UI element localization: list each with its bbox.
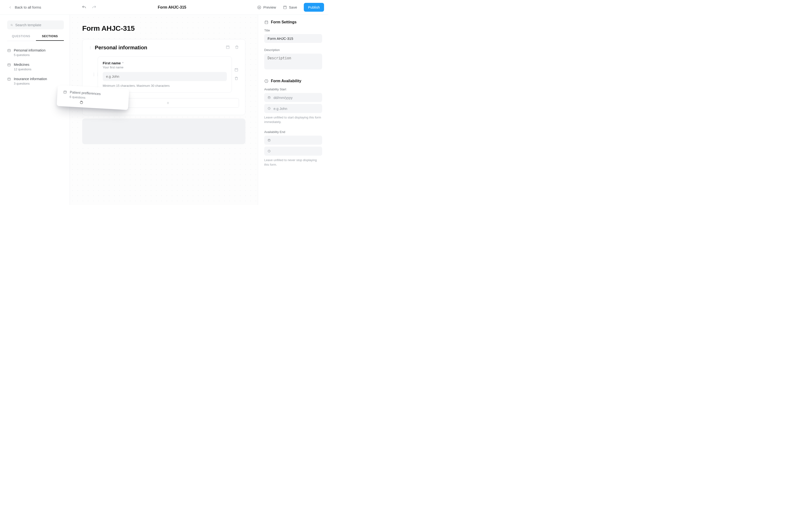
svg-point-3: [11, 24, 12, 26]
delete-question-button[interactable]: [234, 76, 239, 82]
required-mark: *: [122, 61, 124, 65]
availability-start-time[interactable]: [264, 104, 322, 113]
topbar-actions: Preview Save Publish: [257, 3, 324, 12]
start-date-input[interactable]: [273, 95, 319, 99]
question-row: ⋮⋮ First name * Your first name Minimum …: [92, 56, 239, 92]
end-time-input[interactable]: [273, 149, 319, 153]
eye-icon: [257, 5, 261, 9]
section-item-sub: 12 questions: [14, 67, 31, 71]
section-item-title: Medicines: [14, 62, 31, 67]
undo-redo-group: [82, 5, 96, 10]
svg-rect-13: [268, 139, 270, 141]
form-availability-heading: Form Availability: [264, 79, 322, 83]
question-input[interactable]: [103, 72, 227, 81]
svg-rect-8: [235, 68, 238, 71]
svg-rect-5: [8, 64, 10, 66]
duplicate-icon: [226, 45, 230, 49]
svg-rect-9: [265, 21, 268, 24]
undo-button[interactable]: [82, 5, 86, 10]
description-input[interactable]: [264, 54, 322, 69]
calendar-icon: [267, 95, 271, 99]
section-item-sub: 3 questions: [14, 82, 47, 85]
trash-icon: [235, 45, 239, 49]
save-icon: [283, 5, 287, 9]
left-sidebar: QUESTIONS SECTIONS Personal information …: [0, 15, 70, 205]
question-label: First name *: [103, 61, 227, 65]
canvas-form-title: Form AHJC-315: [82, 24, 245, 32]
save-button[interactable]: Save: [283, 5, 297, 9]
plus-icon: [166, 101, 170, 105]
duplicate-question-button[interactable]: [234, 68, 239, 73]
publish-button[interactable]: Publish: [304, 3, 324, 12]
document-title: Form AHJC-315: [96, 5, 248, 9]
trash-icon: [234, 76, 238, 81]
back-to-all-forms[interactable]: Back to all forms: [8, 5, 41, 9]
svg-rect-15: [64, 91, 66, 93]
svg-rect-11: [268, 96, 270, 99]
svg-point-1: [258, 6, 261, 9]
svg-rect-6: [8, 78, 10, 80]
section-item-title: Personal information: [14, 48, 46, 53]
section-item-title: Insurance information: [14, 77, 47, 81]
svg-rect-2: [284, 6, 286, 9]
availability-start-label: Availability Start: [264, 87, 322, 91]
section-icon: [7, 63, 11, 68]
availability-start-date[interactable]: [264, 93, 322, 102]
duplicate-section-button[interactable]: [226, 45, 230, 50]
clock-icon: [267, 149, 271, 153]
section-item-sub: 5 questions: [14, 53, 46, 57]
redo-icon: [92, 5, 96, 10]
sidebar-tabs: QUESTIONS SECTIONS: [7, 34, 64, 41]
calendar-icon: [267, 138, 271, 142]
start-time-input[interactable]: [273, 107, 319, 111]
undo-icon: [82, 5, 86, 10]
question-help-text: Minimum 15 characters. Maximum 30 charac…: [103, 84, 227, 87]
form-settings-heading: Form Settings: [264, 20, 322, 24]
top-bar: Back to all forms Form AHJC-315 Preview …: [0, 0, 328, 15]
clock-icon: [267, 106, 271, 111]
main-layout: QUESTIONS SECTIONS Personal information …: [0, 15, 328, 205]
preview-button[interactable]: Preview: [257, 5, 276, 9]
availability-end-hint: Leave unfilled to never stop displaying …: [264, 158, 322, 167]
calendar-icon: [264, 20, 268, 24]
availability-end-date[interactable]: [264, 136, 322, 145]
clock-icon: [264, 79, 268, 83]
chevron-left-icon: [8, 6, 12, 9]
section-card-title: Personal information: [95, 45, 222, 51]
save-label: Save: [289, 5, 297, 9]
search-icon: [10, 23, 13, 27]
redo-button[interactable]: [92, 5, 96, 10]
section-list: Personal information 5 questions Medicin…: [7, 46, 64, 89]
section-item-medicines[interactable]: Medicines 12 questions: [7, 61, 64, 75]
section-icon: [7, 49, 11, 53]
availability-end-time[interactable]: [264, 147, 322, 155]
duplicate-icon: [234, 68, 238, 72]
drop-zone-placeholder: [82, 118, 245, 144]
section-item-insurance[interactable]: Insurance information 3 questions: [7, 75, 64, 89]
question-card: First name * Your first name Minimum 15 …: [98, 56, 232, 92]
dragging-section-card[interactable]: Patient prefferences 6 questions: [57, 85, 129, 110]
title-input[interactable]: [264, 34, 322, 43]
search-template[interactable]: [7, 21, 64, 29]
section-icon: [7, 77, 11, 82]
tab-sections[interactable]: SECTIONS: [36, 34, 64, 41]
section-icon: [63, 90, 67, 95]
title-field-label: Title: [264, 29, 322, 32]
end-date-input[interactable]: [273, 138, 319, 142]
settings-panel: Form Settings Title Description Form Ava…: [258, 15, 328, 205]
description-field-label: Description: [264, 48, 322, 52]
form-canvas: Form AHJC-315 ⋮⋮ Personal information ⋮⋮: [70, 15, 258, 205]
svg-rect-7: [226, 46, 229, 49]
preview-label: Preview: [263, 5, 276, 9]
back-label: Back to all forms: [15, 5, 41, 9]
grab-cursor-icon: [79, 100, 84, 105]
availability-end-label: Availability End: [264, 130, 322, 134]
availability-start-hint: Leave unfilled to start displaying this …: [264, 115, 322, 124]
question-description: Your first name: [103, 65, 227, 69]
section-item-personal-info[interactable]: Personal information 5 questions: [7, 46, 64, 61]
svg-point-0: [259, 7, 260, 8]
delete-section-button[interactable]: [235, 45, 239, 50]
tab-questions[interactable]: QUESTIONS: [7, 34, 35, 41]
drag-handle-icon[interactable]: ⋮⋮: [89, 47, 91, 48]
search-input[interactable]: [15, 23, 60, 27]
